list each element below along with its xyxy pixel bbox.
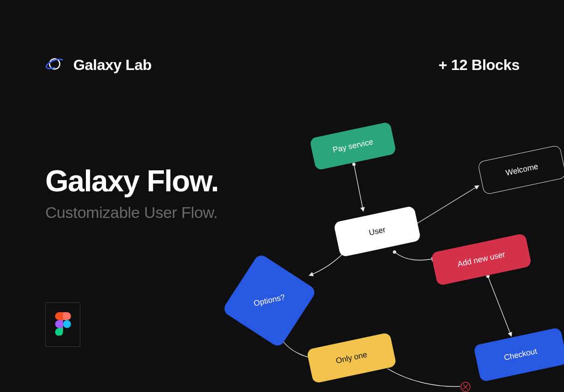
node-options: Options? xyxy=(222,253,317,349)
svg-point-10 xyxy=(486,275,490,278)
brand-name: Galaxy Lab xyxy=(73,56,152,74)
close-circle-icon xyxy=(461,382,470,392)
svg-point-5 xyxy=(352,163,356,166)
node-only-one: Only one xyxy=(306,332,396,384)
figma-icon xyxy=(55,312,71,337)
node-welcome: Welcome xyxy=(477,145,564,195)
hero: Galaxy Flow. Customizable User Flow. xyxy=(45,166,219,222)
header: Galaxy Lab + 12 Blocks xyxy=(44,54,520,76)
node-user: User xyxy=(333,206,421,258)
svg-point-3 xyxy=(52,68,53,69)
planet-icon xyxy=(44,54,65,76)
node-add-new-user: Add new user xyxy=(431,233,532,286)
svg-point-9 xyxy=(279,336,282,339)
svg-point-6 xyxy=(409,226,413,229)
hero-title: Galaxy Flow. xyxy=(45,166,219,197)
svg-point-2 xyxy=(50,67,52,69)
hero-subtitle: Customizable User Flow. xyxy=(45,203,219,222)
blocks-badge: + 12 Blocks xyxy=(438,56,520,74)
svg-point-12 xyxy=(461,382,470,392)
node-options-label: Options? xyxy=(253,293,286,308)
figma-badge xyxy=(45,302,80,347)
svg-point-7 xyxy=(346,247,350,251)
svg-point-8 xyxy=(393,251,396,254)
node-checkout: Checkout xyxy=(473,327,564,382)
node-pay-service: Pay service xyxy=(310,121,397,170)
svg-point-4 xyxy=(63,320,71,328)
svg-point-11 xyxy=(550,347,554,350)
brand: Galaxy Lab xyxy=(44,54,152,76)
